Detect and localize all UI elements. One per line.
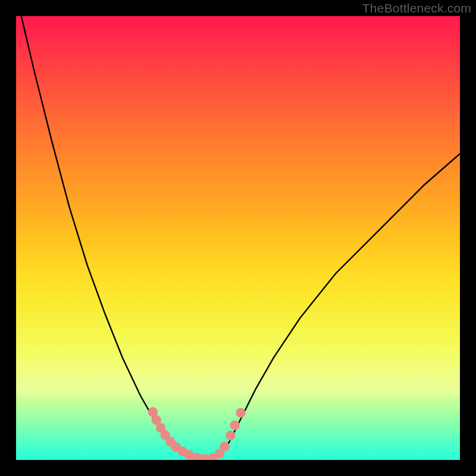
- data-marker: [220, 441, 229, 451]
- plot-area: [16, 16, 460, 460]
- data-marker: [230, 421, 240, 430]
- marker-group: [148, 407, 246, 460]
- data-marker: [226, 431, 235, 440]
- chart-frame: TheBottleneck.com: [0, 0, 476, 476]
- right-curve-line: [211, 154, 460, 460]
- curve-layer: [16, 16, 460, 460]
- data-marker: [236, 408, 245, 418]
- left-curve-line: [16, 16, 202, 460]
- watermark-text: TheBottleneck.com: [362, 1, 471, 15]
